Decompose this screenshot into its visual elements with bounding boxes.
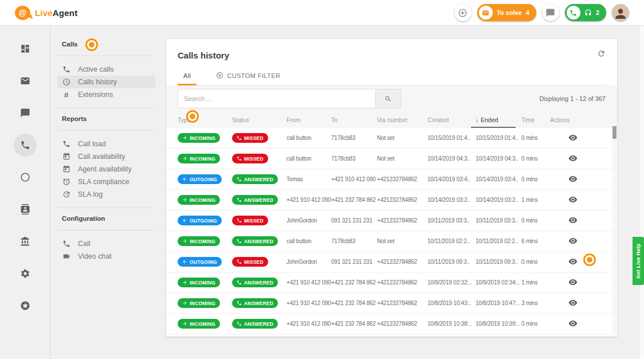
cell-actions bbox=[550, 133, 617, 143]
phone-icon bbox=[237, 321, 242, 326]
sidebar-item-label: Call bbox=[78, 240, 91, 248]
tab-custom-filter[interactable]: CUSTOM FILTER bbox=[210, 71, 286, 85]
icon-rail bbox=[0, 26, 50, 359]
table-scrollbar[interactable] bbox=[612, 126, 616, 335]
phone-icon bbox=[567, 6, 580, 19]
sidebar-item-label: Extensions bbox=[78, 91, 113, 99]
sidebar-item-agent-availability[interactable]: Agent availability bbox=[57, 163, 155, 175]
user-avatar[interactable] bbox=[612, 4, 629, 21]
column-header-via-number[interactable]: Via number bbox=[377, 112, 427, 128]
cell-to: 7178cb83 bbox=[331, 238, 377, 244]
cell-via: +421232784862 bbox=[377, 217, 427, 224]
cell-to: +421 232 784 862 bbox=[331, 321, 377, 327]
to-solve-button[interactable]: To solve 4 bbox=[477, 4, 536, 21]
sidebar-item-video-chat[interactable]: Video chat bbox=[57, 250, 155, 263]
view-call-button[interactable] bbox=[568, 236, 578, 245]
rail-item-academy[interactable] bbox=[14, 230, 37, 253]
liveagent-logo[interactable]: @ LiveAgent bbox=[15, 6, 77, 20]
page-title: Calls history bbox=[178, 50, 606, 60]
rail-item-chat[interactable] bbox=[14, 102, 37, 124]
rail-item-contacts[interactable] bbox=[14, 198, 37, 221]
cell-to: 091 321 231 231 bbox=[331, 217, 377, 224]
view-call-button[interactable] bbox=[568, 154, 578, 163]
view-call-button[interactable] bbox=[568, 278, 578, 287]
call-status-badge: ANSWERED bbox=[232, 298, 278, 308]
sidebar-item-call-availability[interactable]: Call availability bbox=[57, 150, 155, 163]
eye-icon bbox=[568, 319, 578, 328]
cell-via: Not set bbox=[377, 135, 427, 141]
get-live-help-tab[interactable]: Get Live Help bbox=[633, 237, 644, 285]
view-call-button[interactable] bbox=[568, 133, 578, 142]
rail-item-dashboard[interactable] bbox=[14, 37, 37, 60]
chats-button[interactable] bbox=[542, 4, 559, 21]
view-call-button[interactable] bbox=[568, 216, 578, 225]
sidebar-item-extensions[interactable]: # Extensions bbox=[57, 88, 155, 101]
tab-all[interactable]: All bbox=[178, 71, 197, 85]
search-button[interactable] bbox=[376, 89, 401, 108]
column-header-actions[interactable]: Actions bbox=[550, 112, 617, 128]
call-type-badge: INCOMING bbox=[178, 236, 220, 246]
view-call-button[interactable] bbox=[568, 174, 578, 184]
rail-item-rewards[interactable] bbox=[14, 294, 37, 317]
table-row: INCOMINGMISSEDcall button7178cb83Not set… bbox=[166, 128, 617, 149]
column-header-created[interactable]: Created bbox=[427, 112, 476, 128]
rail-item-mail[interactable] bbox=[14, 69, 37, 92]
sidebar-item-call[interactable]: Call bbox=[57, 237, 155, 250]
calls-status-button[interactable]: 2 bbox=[565, 4, 606, 21]
plus-circle-icon bbox=[216, 72, 223, 79]
table-body: INCOMINGMISSEDcall button7178cb83Not set… bbox=[166, 128, 617, 334]
phone-icon bbox=[237, 259, 242, 264]
cell-via: Not set bbox=[377, 155, 427, 162]
calendar-icon bbox=[62, 165, 70, 173]
cell-via: +421232784862 bbox=[377, 300, 427, 306]
cell-actions bbox=[550, 216, 617, 226]
view-call-button[interactable] bbox=[568, 298, 578, 307]
call-status-badge: ANSWERED bbox=[232, 174, 278, 184]
call-type-badge: INCOMING bbox=[178, 319, 220, 329]
sidebar-item-calls-history[interactable]: Calls history bbox=[57, 76, 155, 88]
cell-via: +421232784862 bbox=[377, 259, 427, 265]
cell-time: 1 mins bbox=[521, 197, 550, 203]
sidebar-item-active-calls[interactable]: Active calls bbox=[57, 63, 155, 76]
to-solve-count: 4 bbox=[526, 9, 529, 16]
sidebar-item-call-load[interactable]: Call load bbox=[57, 138, 155, 150]
annotation-circle-type-column bbox=[188, 112, 197, 121]
arrow-left-icon bbox=[182, 218, 187, 223]
view-call-button[interactable] bbox=[568, 319, 578, 328]
column-header-type[interactable]: Type bbox=[178, 112, 232, 128]
chat-icon bbox=[545, 8, 555, 18]
refresh-button[interactable] bbox=[597, 49, 606, 58]
cell-from: +421 910 412 090 bbox=[286, 197, 331, 203]
cell-created: 10/8/2019 10:43:.. bbox=[427, 300, 476, 306]
call-status-badge: MISSED bbox=[232, 257, 268, 267]
rail-item-circle[interactable] bbox=[14, 166, 37, 189]
column-header-ended[interactable]: ↓Ended bbox=[476, 112, 521, 128]
search-input[interactable] bbox=[178, 89, 376, 108]
sidebar-item-sla-compliance[interactable]: SLA compliance bbox=[57, 175, 155, 188]
call-type-badge: INCOMING bbox=[178, 154, 220, 163]
view-call-button[interactable] bbox=[568, 257, 578, 266]
column-header-to[interactable]: To bbox=[331, 112, 377, 128]
dashboard-icon bbox=[20, 44, 30, 54]
column-header-time[interactable]: Time bbox=[521, 112, 550, 128]
academy-icon bbox=[20, 236, 30, 247]
view-call-button[interactable] bbox=[568, 195, 578, 204]
rail-item-settings[interactable] bbox=[14, 262, 37, 285]
scrollbar-thumb[interactable] bbox=[612, 126, 616, 139]
rail-item-phone[interactable] bbox=[14, 134, 37, 157]
sidebar-item-sla-log[interactable]: SLA log bbox=[57, 188, 155, 201]
eye-icon bbox=[568, 174, 578, 184]
cell-created: 10/8/2019 10:38:.. bbox=[427, 321, 476, 327]
call-status-badge: ANSWERED bbox=[232, 236, 278, 246]
cell-time: 6 mins bbox=[521, 238, 550, 244]
annotation-circle-row-actions bbox=[585, 255, 594, 264]
refresh-icon bbox=[597, 49, 606, 58]
sidebar-section-reports: Reports bbox=[57, 108, 155, 130]
column-header-status[interactable]: Status bbox=[232, 112, 286, 128]
cell-to: 091 321 231 231 bbox=[331, 259, 377, 265]
cell-to: +421 232 784 862 bbox=[331, 300, 377, 306]
to-solve-label: To solve bbox=[497, 9, 522, 16]
column-header-from[interactable]: From bbox=[286, 112, 331, 128]
page-scrollbar[interactable] bbox=[639, 26, 644, 359]
add-button[interactable] bbox=[454, 4, 472, 21]
